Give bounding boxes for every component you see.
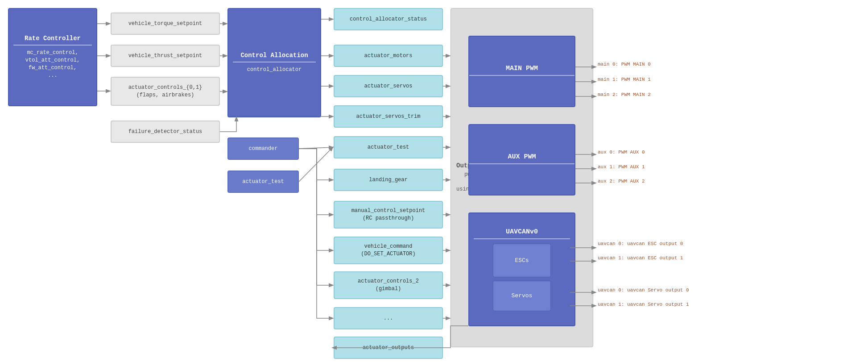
main-pwm-title: MAIN PWM (469, 65, 575, 76)
actuator-servos-trim-box: actuator_servos_trim (334, 105, 443, 128)
actuator-test-dst-box: actuator_test (334, 136, 443, 158)
actuator-test-dst-label: actuator_test (368, 144, 409, 151)
uavcanv0-box: UAVCANv0 ESCs Servos (468, 212, 575, 326)
landing-gear-label: landing_gear (369, 176, 407, 184)
rate-controller-title: Rate Controller (13, 35, 92, 46)
actuator-outputs-box: actuator_outputs (334, 337, 443, 359)
uavcan-esc-out-0: uavcan 0: uavcan ESC output 0 (598, 241, 683, 246)
rate-controller-sublabel: mc_rate_control, vtol_att_control, fw_at… (25, 49, 80, 79)
aux-pwm-box: AUX PWM (468, 124, 575, 196)
diagram: Rate Controller mc_rate_control, vtol_at… (0, 0, 868, 362)
actuator-test-src-box: actuator_test (227, 171, 299, 193)
commander-box: commander (227, 137, 299, 160)
main-pwm-out-2: main 2: PWM MAIN 2 (598, 92, 651, 97)
aux-pwm-out-0: aux 0: PWM AUX 0 (598, 150, 645, 155)
rate-controller-box: Rate Controller mc_rate_control, vtol_at… (8, 8, 97, 106)
aux-pwm-title: AUX PWM (469, 153, 575, 164)
failure-detector-status-label: failure_detector_status (128, 128, 203, 136)
actuator-servos-trim-label: actuator_servos_trim (356, 113, 420, 121)
actuator-servos-label: actuator_servos (364, 83, 412, 90)
escs-label: ESCs (515, 257, 529, 264)
servos-inner-box: Servos (493, 281, 551, 311)
actuator-outputs-label: actuator_outputs (363, 344, 414, 352)
uavcan-servo-out-0: uavcan 0: uavcan Servo output 0 (598, 287, 689, 293)
landing-gear-box: landing_gear (334, 169, 443, 191)
actuator-controls-2-box: actuator_controls_2 (gimbal) (334, 271, 443, 299)
actuator-controls-2-label: actuator_controls_2 (gimbal) (358, 278, 419, 293)
actuator-controls-01-label: actuator_controls_{0,1} (flaps, airbrake… (128, 84, 203, 99)
control-allocation-title: Control Allocation (233, 52, 316, 62)
servos-inner-label: Servos (512, 292, 533, 299)
actuator-test-src-label: actuator_test (242, 178, 284, 186)
actuator-controls-01-box: actuator_controls_{0,1} (flaps, airbrake… (111, 77, 220, 106)
control-allocator-status-box: control_allocator_status (334, 8, 443, 30)
commander-label: commander (249, 145, 278, 153)
control-allocator-status-label: control_allocator_status (350, 16, 427, 23)
vehicle-torque-setpoint-label: vehicle_torque_setpoint (128, 20, 203, 28)
vehicle-thrust-setpoint-label: vehicle_thrust_setpoint (128, 52, 203, 60)
vehicle-torque-setpoint-box: vehicle_torque_setpoint (111, 12, 220, 35)
actuator-motors-box: actuator_motors (334, 45, 443, 67)
control-allocation-sublabel: control_allocator (247, 66, 302, 74)
main-pwm-out-0: main 0: PWM MAIN 0 (598, 62, 651, 67)
control-allocation-box: Control Allocation control_allocator (227, 8, 321, 117)
ellipsis-box: ... (334, 307, 443, 329)
uavcanv0-title: UAVCANv0 (474, 228, 570, 239)
ellipsis-label: ... (384, 315, 393, 322)
escs-box: ESCs (493, 244, 551, 277)
main-pwm-out-1: main 1: PWM MAIN 1 (598, 77, 651, 82)
actuator-servos-box: actuator_servos (334, 75, 443, 97)
vehicle-command-box: vehicle_command (DO_SET_ACTUATOR) (334, 237, 443, 264)
vehicle-command-label: vehicle_command (DO_SET_ACTUATOR) (361, 243, 415, 258)
svg-line-10 (299, 147, 333, 149)
aux-pwm-out-1: aux 1: PWM AUX 1 (598, 164, 645, 170)
failure-detector-status-box: failure_detector_status (111, 121, 220, 143)
aux-pwm-out-2: aux 2: PWM AUX 2 (598, 179, 645, 184)
manual-control-setpoint-box: manual_control_setpoint (RC passthrough) (334, 201, 443, 229)
actuator-motors-label: actuator_motors (364, 52, 412, 60)
manual-control-setpoint-label: manual_control_setpoint (RC passthrough) (351, 207, 426, 222)
main-pwm-box: MAIN PWM (468, 36, 575, 107)
uavcan-servo-out-1: uavcan 1: uavcan Servo output 1 (598, 302, 689, 307)
uavcan-esc-out-1: uavcan 1: uavcan ESC output 1 (598, 255, 683, 261)
svg-line-11 (299, 147, 333, 182)
vehicle-thrust-setpoint-box: vehicle_thrust_setpoint (111, 45, 220, 67)
